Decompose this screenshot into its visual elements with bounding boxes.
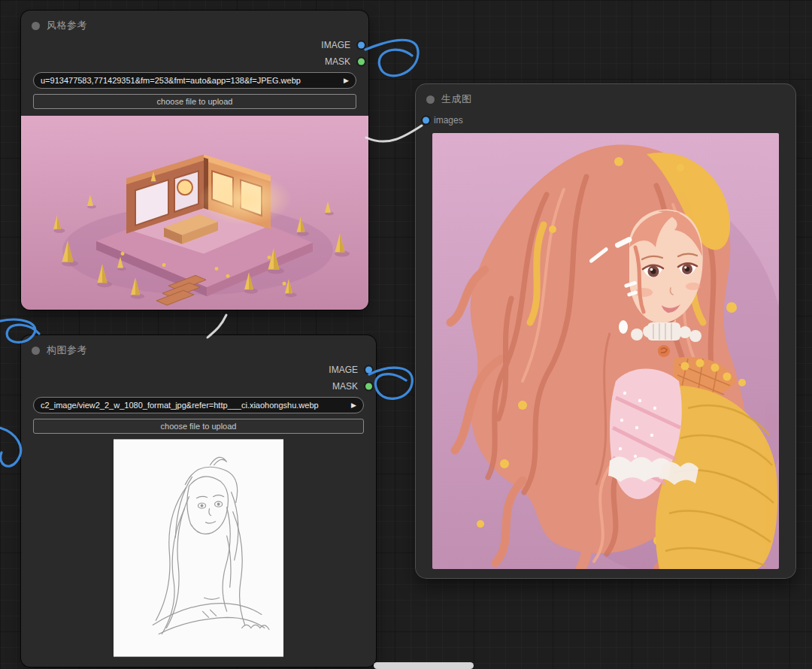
generated-image	[432, 133, 779, 569]
composition-sketch-image	[114, 439, 283, 657]
node-style-reference[interactable]: 风格参考 IMAGE MASK u=913477583,771429351&fm…	[21, 11, 368, 310]
wire-between-nodes	[208, 315, 226, 338]
node-header[interactable]: 构图参考	[21, 335, 376, 362]
images-input-port[interactable]	[423, 117, 429, 124]
node-composition-reference[interactable]: 构图参考 IMAGE MASK c2_image/view2_2_w_1080_…	[21, 335, 376, 667]
wire-loop-bottom-left	[0, 427, 21, 466]
horizontal-scrollbar[interactable]	[374, 662, 474, 669]
submit-url-icon[interactable]: ▶	[344, 73, 349, 89]
node-generated-image[interactable]: 生成图 images	[416, 84, 795, 578]
mask-output-label: MASK	[332, 381, 358, 392]
node-title: 构图参考	[47, 344, 87, 357]
choose-file-button[interactable]: choose file to upload	[33, 94, 356, 109]
image-url-input[interactable]: u=913477583,771429351&fm=253&fmt=auto&ap…	[33, 72, 356, 89]
node-editor-canvas[interactable]: 风格参考 IMAGE MASK u=913477583,771429351&fm…	[0, 0, 812, 669]
images-input-row: images	[416, 112, 795, 129]
collapse-dot-icon[interactable]	[426, 95, 435, 104]
node-header[interactable]: 风格参考	[21, 11, 368, 37]
mask-output-label: MASK	[325, 56, 350, 67]
node-title: 风格参考	[47, 19, 87, 32]
image-output-label: IMAGE	[321, 40, 350, 50]
images-input-label: images	[434, 115, 463, 126]
image-url-input[interactable]: c2_image/view2_2_w_1080_format_jpg&refer…	[33, 397, 364, 413]
image-url-value: u=913477583,771429351&fm=253&fmt=auto&ap…	[41, 76, 301, 85]
node-title: 生成图	[441, 92, 472, 106]
wire-loop-style-image	[365, 40, 418, 76]
image-output-label: IMAGE	[329, 365, 358, 375]
submit-url-icon[interactable]: ▶	[351, 398, 356, 413]
collapse-dot-icon[interactable]	[32, 22, 40, 30]
wire-to-images-input	[366, 126, 422, 141]
composition-preview-wrap	[21, 439, 376, 667]
mask-output-row: MASK	[21, 378, 376, 395]
mask-output-row: MASK	[21, 53, 368, 70]
choose-file-button[interactable]: choose file to upload	[33, 419, 364, 434]
mask-output-port[interactable]	[365, 383, 372, 390]
node-header[interactable]: 生成图	[416, 84, 795, 110]
image-output-port[interactable]	[358, 42, 365, 49]
style-reference-preview-image	[21, 116, 368, 310]
image-url-value: c2_image/view2_2_w_1080_format_jpg&refer…	[41, 401, 319, 410]
collapse-dot-icon[interactable]	[32, 347, 40, 355]
image-output-row: IMAGE	[21, 37, 368, 53]
image-output-port[interactable]	[365, 367, 372, 374]
mask-output-port[interactable]	[358, 59, 365, 65]
image-output-row: IMAGE	[21, 362, 376, 378]
